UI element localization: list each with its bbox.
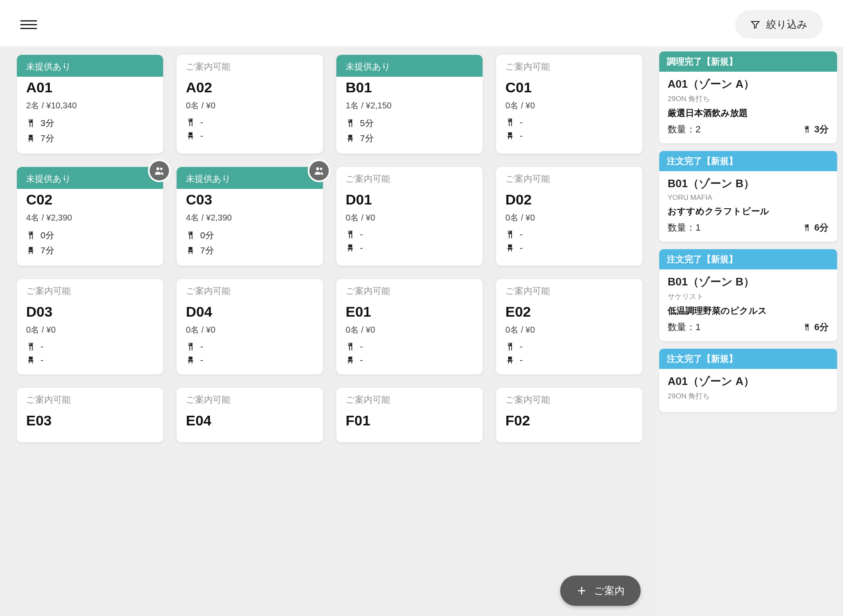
table-card[interactable]: ご案内可能 E020名 / ¥0-- — [496, 279, 642, 374]
table-summary: 2名 / ¥10,340 — [26, 100, 154, 111]
notification-header: 調理完了【新規】 — [659, 51, 837, 72]
group-badge-icon — [148, 159, 171, 182]
seat-time-row: - — [186, 131, 314, 141]
svg-point-0 — [156, 167, 159, 170]
seat-time-row: - — [346, 243, 473, 253]
seat-time-row: 7分 — [26, 132, 154, 144]
table-card[interactable]: 未提供あり C034名 / ¥2,3900分7分 — [177, 167, 323, 266]
table-card[interactable]: ご案内可能 E03 — [17, 388, 163, 442]
table-name: F01 — [346, 412, 473, 429]
notification-qty: 数量：2 — [668, 123, 701, 136]
notification-card[interactable]: 注文完了【新規】 B01（ゾーン B） サケリスト低温調理野菜のピクルス 数量：… — [659, 249, 837, 341]
food-time-row: - — [505, 229, 633, 239]
table-status-header: ご案内可能 — [496, 167, 642, 189]
food-time-row: - — [505, 117, 633, 127]
table-card[interactable]: ご案内可能 C010名 / ¥0-- — [496, 55, 642, 153]
notification-title: B01（ゾーン B） — [668, 176, 829, 191]
food-time-row: 0分 — [26, 229, 154, 241]
table-card[interactable]: ご案内可能 A020名 / ¥0-- — [177, 55, 323, 153]
svg-point-2 — [316, 167, 319, 170]
notification-card[interactable]: 注文完了【新規】 B01（ゾーン B） YORU MAFIAおすすめクラフトビー… — [659, 151, 837, 242]
food-time-row: - — [186, 342, 314, 352]
table-card[interactable]: 未提供あり A012名 / ¥10,3403分7分 — [17, 55, 163, 153]
table-name: D03 — [26, 304, 154, 320]
table-status-header: ご案内可能 — [17, 388, 163, 410]
table-card[interactable]: ご案内可能 E010名 / ¥0-- — [336, 279, 483, 374]
filter-button[interactable]: 絞り込み — [735, 10, 823, 39]
table-status-header: 未提供あり — [17, 167, 163, 189]
food-time-row: 0分 — [186, 229, 314, 241]
table-status-header: ご案内可能 — [336, 167, 483, 189]
notification-item: 厳選日本酒飲み放題 — [668, 107, 829, 119]
food-time-row: - — [346, 342, 473, 352]
table-summary: 0名 / ¥0 — [505, 324, 633, 336]
seat-time-row: 7分 — [186, 245, 314, 256]
food-time-row: 5分 — [346, 117, 473, 129]
filter-label: 絞り込み — [766, 18, 808, 31]
table-name: B01 — [346, 79, 473, 96]
table-name: A01 — [26, 79, 154, 96]
plus-icon — [576, 585, 587, 596]
table-name: E03 — [26, 412, 154, 429]
food-time-row: 3分 — [26, 117, 154, 129]
table-summary: 0名 / ¥0 — [346, 212, 473, 223]
table-status-header: ご案内可能 — [336, 388, 483, 410]
notification-item: おすすめクラフトビール — [668, 205, 829, 217]
notification-vendor: 29ON 角打ち — [668, 391, 829, 401]
notification-title: A01（ゾーン A） — [668, 77, 829, 91]
table-summary: 0名 / ¥0 — [505, 100, 633, 111]
guide-label: ご案内 — [594, 584, 625, 597]
seat-time-row: 7分 — [346, 132, 473, 144]
notification-header: 注文完了【新規】 — [659, 151, 837, 171]
table-status-header: ご案内可能 — [496, 388, 642, 410]
table-name: D02 — [505, 191, 633, 208]
table-card[interactable]: 未提供あり B011名 / ¥2,1505分7分 — [336, 55, 483, 153]
seat-time-row: - — [505, 131, 633, 141]
table-card[interactable]: ご案内可能 D030名 / ¥0-- — [17, 279, 163, 374]
notification-card[interactable]: 調理完了【新規】 A01（ゾーン A） 29ON 角打ち厳選日本酒飲み放題 数量… — [659, 51, 837, 143]
svg-point-1 — [160, 167, 163, 170]
table-status-header: ご案内可能 — [177, 388, 323, 410]
notification-vendor: サケリスト — [668, 292, 829, 301]
table-summary: 4名 / ¥2,390 — [186, 212, 314, 223]
notification-header: 注文完了【新規】 — [659, 349, 837, 369]
table-name: A02 — [186, 79, 314, 96]
menu-icon[interactable] — [20, 18, 37, 31]
table-summary: 1名 / ¥2,150 — [346, 100, 473, 111]
table-summary: 4名 / ¥2,390 — [26, 212, 154, 223]
table-card[interactable]: ご案内可能 F01 — [336, 388, 483, 442]
table-card[interactable]: ご案内可能 D040名 / ¥0-- — [177, 279, 323, 374]
notification-qty: 数量：1 — [668, 221, 701, 234]
seat-time-row: - — [505, 243, 633, 253]
food-time-row: - — [26, 342, 154, 352]
notification-time: 6分 — [803, 221, 829, 234]
table-summary: 0名 / ¥0 — [26, 324, 154, 336]
table-card[interactable]: 未提供あり C024名 / ¥2,3900分7分 — [17, 167, 163, 266]
group-badge-icon — [308, 159, 330, 182]
svg-point-3 — [320, 167, 322, 170]
guide-button[interactable]: ご案内 — [560, 576, 641, 606]
table-status-header: 未提供あり — [17, 55, 163, 77]
table-card[interactable]: ご案内可能 E04 — [177, 388, 323, 442]
table-card[interactable]: ご案内可能 D010名 / ¥0-- — [336, 167, 483, 266]
food-time-row: - — [346, 229, 473, 239]
notification-vendor: YORU MAFIA — [668, 194, 829, 202]
table-grid-pane: 未提供あり A012名 / ¥10,3403分7分ご案内可能 A020名 / ¥… — [0, 46, 653, 616]
table-name: E02 — [505, 304, 633, 320]
table-name: C03 — [186, 191, 314, 208]
notification-item: 低温調理野菜のピクルス — [668, 305, 829, 317]
table-status-header: ご案内可能 — [496, 279, 642, 301]
notification-title: B01（ゾーン B） — [668, 274, 829, 289]
seat-time-row: - — [346, 355, 473, 365]
table-status-header: ご案内可能 — [336, 279, 483, 301]
table-summary: 0名 / ¥0 — [186, 324, 314, 336]
table-name: C02 — [26, 191, 154, 208]
table-status-header: 未提供あり — [336, 55, 483, 77]
food-time-row: - — [505, 342, 633, 352]
notification-qty: 数量：1 — [668, 321, 701, 334]
table-name: D04 — [186, 304, 314, 320]
table-card[interactable]: ご案内可能 D020名 / ¥0-- — [496, 167, 642, 266]
notification-card[interactable]: 注文完了【新規】 A01（ゾーン A） 29ON 角打ち — [659, 349, 837, 412]
table-summary: 0名 / ¥0 — [505, 212, 633, 223]
table-card[interactable]: ご案内可能 F02 — [496, 388, 642, 442]
